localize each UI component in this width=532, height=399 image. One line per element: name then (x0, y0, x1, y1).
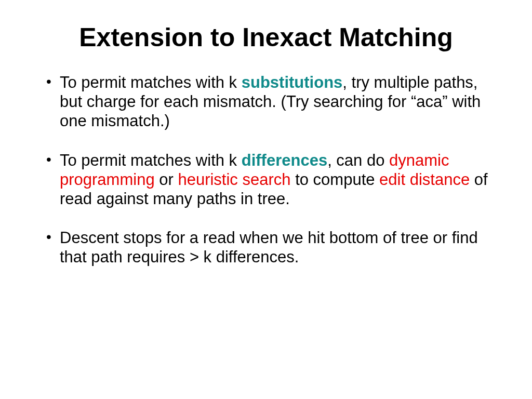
text-run: To permit matches with k (60, 151, 242, 169)
bullet-item: Descent stops for a read when we hit bot… (44, 228, 488, 267)
slide: Extension to Inexact Matching To permit … (0, 0, 532, 399)
text-run: To permit matches with k (60, 73, 242, 91)
slide-title: Extension to Inexact Matching (44, 23, 488, 52)
bullet-item: To permit matches with k substitutions, … (44, 73, 488, 131)
keyword-edit-distance: edit distance (379, 170, 470, 189)
keyword-heuristic-search: heuristic search (178, 170, 290, 189)
keyword-differences: differences (242, 151, 327, 169)
text-run: to compute (291, 170, 380, 189)
text-run: or (155, 170, 178, 189)
text-run: , can do (327, 151, 389, 169)
bullet-item: To permit matches with k differences, ca… (44, 151, 488, 209)
bullet-list: To permit matches with k substitutions, … (44, 73, 488, 267)
keyword-substitutions: substitutions (242, 73, 343, 91)
text-run: Descent stops for a read when we hit bot… (60, 229, 478, 266)
